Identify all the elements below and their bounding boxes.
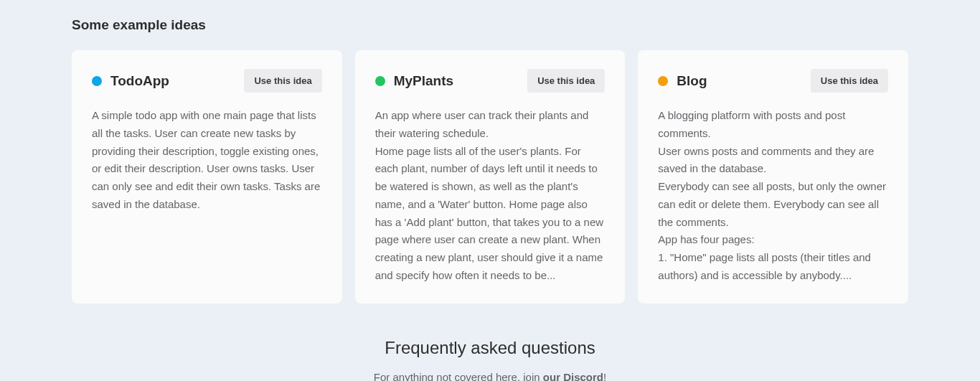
idea-card-myplants: MyPlants Use this idea An app where user… [355, 50, 626, 304]
page-container: Some example ideas TodoApp Use this idea… [0, 0, 980, 381]
card-description: A blogging platform with posts and post … [658, 107, 888, 285]
section-title: Some example ideas [72, 17, 908, 33]
dot-icon [658, 76, 668, 86]
dot-icon [375, 76, 385, 86]
card-header: TodoApp Use this idea [92, 69, 322, 93]
card-title: MyPlants [394, 73, 453, 89]
card-title: Blog [677, 73, 707, 89]
faq-subtitle-suffix: ! [603, 371, 606, 382]
card-description: An app where user can track their plants… [375, 107, 606, 285]
card-header: MyPlants Use this idea [375, 69, 606, 93]
faq-title: Frequently asked questions [72, 338, 908, 358]
card-title: TodoApp [110, 73, 169, 89]
card-description: A simple todo app with one main page tha… [92, 107, 322, 214]
idea-card-todoapp: TodoApp Use this idea A simple todo app … [72, 50, 342, 304]
faq-section: Frequently asked questions For anything … [72, 338, 908, 382]
card-header: Blog Use this idea [658, 69, 888, 93]
use-this-idea-button[interactable]: Use this idea [527, 69, 605, 93]
dot-icon [92, 76, 102, 86]
idea-cards-row: TodoApp Use this idea A simple todo app … [72, 50, 908, 304]
card-title-wrap: MyPlants [375, 73, 453, 89]
idea-card-blog: Blog Use this idea A blogging platform w… [638, 50, 908, 304]
faq-subtitle-prefix: For anything not covered here, join [374, 371, 543, 382]
use-this-idea-button[interactable]: Use this idea [811, 69, 888, 93]
discord-link[interactable]: our Discord [543, 371, 603, 382]
faq-subtitle: For anything not covered here, join our … [72, 371, 908, 382]
card-title-wrap: TodoApp [92, 73, 169, 89]
use-this-idea-button[interactable]: Use this idea [244, 69, 321, 93]
card-title-wrap: Blog [658, 73, 707, 89]
